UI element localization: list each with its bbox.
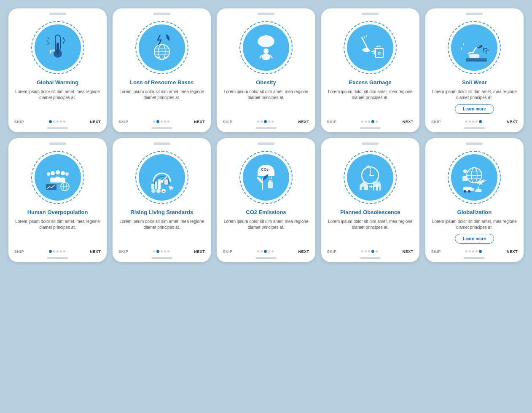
skip-button[interactable]: SKIP xyxy=(223,120,232,124)
svg-text:CO₂: CO₂ xyxy=(261,167,269,172)
card-globalization: Globalization Lorem ipsum dolor sit dim … xyxy=(425,138,524,262)
dot-2 xyxy=(365,121,367,123)
card-grid-row2: Human Overpopulation Lorem ipsum dolor s… xyxy=(8,138,524,262)
dot-5 xyxy=(167,121,169,123)
dot-4 xyxy=(476,250,478,252)
card-footer: SKIP NEXT xyxy=(8,117,107,126)
dot-4 xyxy=(60,121,62,123)
next-button[interactable]: NEXT xyxy=(298,120,309,124)
card-footer: SKIP NEXT xyxy=(425,117,524,126)
dot-5 xyxy=(271,250,274,252)
svg-rect-40 xyxy=(155,182,157,189)
svg-line-19 xyxy=(270,55,272,58)
home-bar xyxy=(151,127,172,129)
skip-button[interactable]: SKIP xyxy=(118,120,128,124)
skip-button[interactable]: SKIP xyxy=(431,120,441,124)
obsolescence-icon xyxy=(353,161,387,194)
skip-button[interactable]: SKIP xyxy=(223,249,232,254)
next-button[interactable]: NEXT xyxy=(507,120,518,124)
card-desc: Lorem ipsum dolor sit dim amet, mea regi… xyxy=(223,89,309,101)
dot-4 xyxy=(60,250,62,252)
svg-rect-52 xyxy=(268,182,273,188)
svg-point-45 xyxy=(161,189,166,193)
obesity-icon xyxy=(249,31,283,64)
dot-2 xyxy=(156,120,159,123)
phone-notch xyxy=(153,142,170,145)
skip-button[interactable]: SKIP xyxy=(431,249,441,254)
card-title: Rising Living Standards xyxy=(130,209,193,216)
card-desc: Lorem ipsum dolor sit dim amet, mea regi… xyxy=(327,219,414,231)
card-title: Soil Wear xyxy=(462,79,487,86)
svg-point-69 xyxy=(464,190,466,193)
card-desc: Lorem ipsum dolor sit dim amet, mea regi… xyxy=(223,219,309,231)
skip-button[interactable]: SKIP xyxy=(118,249,128,254)
dot-3 xyxy=(264,250,267,253)
card-desc: Lorem ipsum dolor sit dim amet, mea regi… xyxy=(14,89,101,101)
dot-4 xyxy=(268,250,270,252)
dot-3 xyxy=(56,250,59,252)
svg-point-67 xyxy=(463,169,467,173)
next-button[interactable]: NEXT xyxy=(194,120,205,124)
card-rising-living: Rising Living Standards Lorem ipsum dolo… xyxy=(113,138,211,262)
dot-1 xyxy=(257,250,259,252)
learn-more-button[interactable]: Learn more xyxy=(455,104,494,114)
phone-notch xyxy=(49,142,66,145)
card-excess-garbage: ♻ Excess Garbage Lorem ipsum dolor sit d… xyxy=(321,8,419,132)
dot-4 xyxy=(371,250,374,253)
skip-button[interactable]: SKIP xyxy=(327,120,337,124)
dot-5 xyxy=(167,250,169,252)
svg-rect-2 xyxy=(56,43,59,54)
skip-button[interactable]: SKIP xyxy=(327,249,337,254)
dot-3 xyxy=(56,121,59,123)
thermometer-icon: F° xyxy=(41,31,75,64)
svg-point-13 xyxy=(260,38,263,41)
skip-button[interactable]: SKIP xyxy=(14,120,24,124)
card-obesity: Obesity Lorem ipsum dolor sit dim amet, … xyxy=(217,8,315,132)
card-desc: Lorem ipsum dolor sit dim amet, mea regi… xyxy=(431,89,518,101)
next-button[interactable]: NEXT xyxy=(194,249,205,254)
dot-4 xyxy=(371,120,374,123)
illustration-population xyxy=(30,150,85,205)
dot-1 xyxy=(361,121,363,123)
resource-icon xyxy=(145,31,179,64)
illustration-living xyxy=(134,150,189,205)
svg-point-44 xyxy=(156,189,161,193)
pagination-dots xyxy=(153,120,169,123)
card-title: CO2 Emissions xyxy=(246,209,286,216)
card-title: Human Overpopulation xyxy=(27,209,88,216)
next-button[interactable]: NEXT xyxy=(90,249,101,254)
card-desc: Lorem ipsum dolor sit dim amet, mea regi… xyxy=(14,219,101,231)
illustration-soil xyxy=(447,20,502,75)
dot-3 xyxy=(472,250,474,252)
next-button[interactable]: NEXT xyxy=(403,120,414,124)
dot-2 xyxy=(261,121,263,123)
next-button[interactable]: NEXT xyxy=(403,249,414,254)
svg-point-29 xyxy=(56,170,60,174)
card-planned-obsolescence: Planned Obsolescence Lorem ipsum dolor s… xyxy=(321,138,419,262)
card-desc: Lorem ipsum dolor sit dim amet, mea regi… xyxy=(118,219,205,231)
learn-more-button[interactable]: Learn more xyxy=(455,234,494,244)
card-footer: SKIP NEXT xyxy=(425,247,524,255)
card-title: Global Warming xyxy=(37,79,78,86)
svg-rect-61 xyxy=(378,187,379,190)
dot-5 xyxy=(479,250,482,253)
illustration-co2: CO₂ xyxy=(239,150,293,205)
pagination-dots xyxy=(257,120,274,123)
dot-3 xyxy=(472,121,474,123)
home-bar xyxy=(151,257,172,259)
skip-button[interactable]: SKIP xyxy=(14,249,24,254)
pagination-dots xyxy=(465,250,482,253)
globalization-icon xyxy=(457,161,491,194)
dot-5 xyxy=(376,250,378,252)
dot-4 xyxy=(164,250,166,252)
phone-notch xyxy=(49,13,66,15)
next-button[interactable]: NEXT xyxy=(298,249,309,254)
dot-1 xyxy=(49,120,52,123)
next-button[interactable]: NEXT xyxy=(507,249,518,254)
dot-3 xyxy=(161,250,163,252)
svg-line-4 xyxy=(48,38,49,39)
card-desc: Lorem ipsum dolor sit dim amet, mea regi… xyxy=(431,219,518,231)
living-icon xyxy=(145,161,179,194)
svg-rect-60 xyxy=(374,187,376,190)
next-button[interactable]: NEXT xyxy=(90,120,101,124)
